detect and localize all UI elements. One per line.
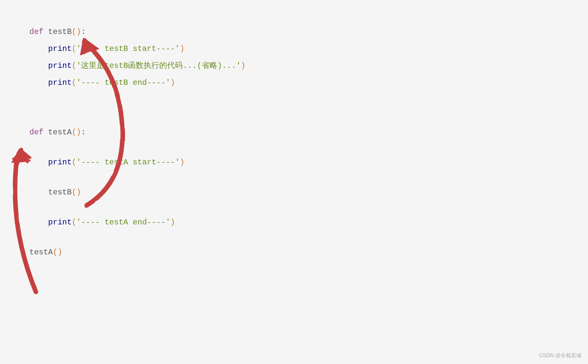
- function-name: testA: [43, 128, 71, 137]
- blank-space: [29, 144, 559, 157]
- paren-open: (: [72, 78, 76, 87]
- code-line-4: print('---- testB end----'): [29, 77, 559, 89]
- parentheses: (): [72, 128, 81, 137]
- watermark-text: CSDN @全栈若城: [539, 352, 581, 359]
- svg-marker-0: [11, 148, 31, 163]
- string-literal: '这里是testB函数执行的代码...(省略)...': [76, 61, 241, 70]
- paren-open: (: [72, 44, 76, 53]
- string-literal: '---- testA end----': [76, 218, 170, 227]
- builtin-print: print: [48, 44, 72, 53]
- string-literal: '---- testB start----': [76, 44, 180, 53]
- string-literal: '---- testA start----': [76, 158, 180, 167]
- blank-space: [29, 204, 559, 217]
- paren-close: ): [170, 78, 175, 87]
- indent: [29, 157, 48, 168]
- function-call: testA: [29, 248, 53, 257]
- keyword-def: def: [29, 27, 43, 36]
- code-block: def testB(): print('---- testB start----…: [29, 26, 559, 258]
- blank-space: [29, 234, 559, 247]
- keyword-def: def: [29, 128, 43, 137]
- indent: [29, 60, 48, 72]
- code-line-2: print('---- testB start----'): [29, 43, 559, 55]
- builtin-print: print: [48, 218, 72, 227]
- paren-open: (: [72, 218, 76, 227]
- code-line-9: testA(): [29, 247, 559, 258]
- blank-space: [29, 94, 559, 127]
- indent: [29, 43, 48, 55]
- code-line-5: def testA():: [29, 127, 559, 138]
- indent: [29, 187, 48, 198]
- parentheses: (): [53, 248, 62, 257]
- code-line-8: print('---- testA end----'): [29, 217, 559, 228]
- paren-open: (: [72, 158, 76, 167]
- code-line-1: def testB():: [29, 26, 559, 38]
- builtin-print: print: [48, 158, 72, 167]
- function-name: testB: [43, 27, 71, 36]
- colon: :: [81, 128, 85, 137]
- parentheses: (): [72, 188, 81, 197]
- blank-space: [29, 174, 559, 187]
- code-line-6: print('---- testA start----'): [29, 157, 559, 168]
- colon: :: [81, 27, 85, 36]
- builtin-print: print: [48, 78, 72, 87]
- string-literal: '---- testB end----': [76, 78, 170, 87]
- parentheses: (): [72, 27, 81, 36]
- function-call: testB: [48, 188, 72, 197]
- paren-close: ): [180, 44, 184, 53]
- paren-open: (: [72, 61, 76, 70]
- builtin-print: print: [48, 61, 72, 70]
- paren-close: ): [170, 218, 175, 227]
- indent: [29, 217, 48, 228]
- paren-close: ): [241, 61, 245, 70]
- code-line-7: testB(): [29, 187, 559, 198]
- indent: [29, 77, 48, 89]
- code-line-3: print('这里是testB函数执行的代码...(省略)...'): [29, 60, 559, 72]
- paren-close: ): [180, 158, 184, 167]
